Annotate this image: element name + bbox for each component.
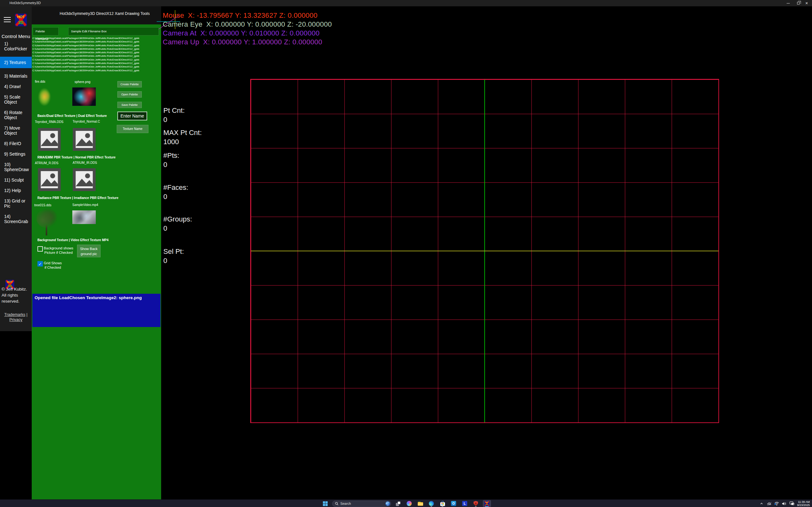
sidebar-item-grid-or-pic[interactable]: 13) Grid or Pic — [0, 199, 32, 209]
sidebar-item-sculpt[interactable]: 11) Sculpt — [0, 177, 32, 182]
file-path-row[interactable]: C:\Users\hot3d\AppData\Local\Packages\38… — [32, 51, 160, 54]
stat-pts: #Pts:0 — [163, 151, 179, 169]
sidebar-item-materials[interactable]: 3) Materials — [0, 73, 32, 78]
camera-at-readout: Camera AtX: 0.000000 Y: 0.010000 Z: 0.00… — [163, 29, 320, 38]
l-app-button[interactable]: L — [461, 500, 469, 507]
sidebar-item-move-object[interactable]: 7) Move Object — [0, 125, 32, 135]
task-view-button[interactable] — [394, 500, 402, 507]
caption-background: Background Texture | Video Effect Textur… — [38, 238, 108, 242]
stat-groups: #Groups:0 — [163, 215, 192, 233]
background-picture-checkbox[interactable] — [38, 246, 43, 251]
file-path-row[interactable]: C:\Users\hot3d\AppData\Local\Packages\38… — [32, 65, 160, 68]
security-shield-button[interactable] — [472, 500, 480, 507]
microsoft-store-button[interactable] — [438, 500, 447, 507]
svg-text:3D: 3D — [486, 504, 488, 505]
file-path-row[interactable]: C:\Users\hot3d\AppData\Local\Packages\38… — [32, 47, 160, 51]
toyrobot-rma-thumbnail[interactable] — [38, 128, 61, 151]
sidebar-item-help[interactable]: 12) Help — [0, 188, 32, 193]
stat-max-pt-cnt: MAX Pt Cnt:1000 — [163, 128, 202, 147]
sidebar-item-spheredraw[interactable]: 10) SphereDraw — [0, 162, 32, 172]
file-path-row[interactable]: C:\Users\hot3d\AppData\Local\Packages\38… — [32, 37, 160, 40]
stat-faces: #Faces:0 — [163, 183, 188, 201]
svg-text:3D: 3D — [18, 20, 24, 25]
create-palette-button[interactable]: Create Palette — [117, 81, 142, 88]
tree-texture-thumbnail[interactable] — [37, 209, 57, 236]
sidebar-item-scale-object[interactable]: 5) Scale Object — [0, 95, 32, 105]
outlook-icon: O — [451, 501, 456, 506]
sidebar-item-colorpicker[interactable]: 1) ColorPicker — [0, 41, 32, 51]
drawing-grid[interactable] — [250, 79, 719, 423]
start-button[interactable] — [321, 500, 329, 507]
grid-horizontal-center-axis — [251, 250, 718, 251]
name-input[interactable]: Enter Name — [117, 112, 147, 120]
tray-chevron-up-icon[interactable] — [759, 501, 764, 506]
minimize-button[interactable] — [783, 0, 794, 6]
atrium-ir-thumbnail[interactable] — [72, 168, 96, 191]
image-placeholder-icon — [72, 128, 96, 151]
atrium-r-thumbnail[interactable] — [38, 168, 61, 191]
grid-shows-checkbox[interactable]: ✓ — [38, 261, 43, 267]
wifi-icon[interactable] — [774, 501, 779, 506]
panel-header: Hot3dxSymmetry3D DirectX12 Xaml Drawing … — [32, 6, 161, 24]
sidebar-item-draw[interactable]: 4) Draw! — [0, 84, 32, 89]
texture-label-atrium-r: ATRIUM_R.DDS — [35, 161, 58, 165]
file-path-row[interactable]: C:\Users\hot3d\AppData\Local\Packages\38… — [32, 69, 160, 72]
sphere-texture-thumbnail[interactable] — [72, 88, 96, 106]
trademarks-link[interactable]: Trademarks — [4, 313, 26, 317]
onedrive-icon[interactable] — [767, 501, 772, 506]
hamburger-menu-icon[interactable] — [4, 17, 11, 22]
sidebar-item-screengrab[interactable]: 14) ScreenGrab — [0, 214, 32, 224]
sidebar-item-textures[interactable]: 2) Textures — [0, 57, 32, 68]
window-titlebar: Hot3dxSymmetry3D ✕ — [0, 0, 812, 6]
save-palette-button[interactable]: Save Palette — [117, 102, 142, 108]
speaker-icon[interactable] — [782, 501, 787, 506]
security-shield-icon — [473, 501, 478, 506]
sample-video-thumbnail[interactable] — [72, 210, 96, 224]
tab-sample-edit-filename[interactable]: Sample Edit Filename Box — [68, 27, 159, 36]
hot3dx-app-button[interactable]: HOT 3D — [483, 500, 491, 507]
show-background-pic-button[interactable]: Show Back ground pic — [77, 245, 101, 257]
texture-label-toyrobot-rma: Toyrobot_RMA.DDS — [35, 120, 71, 124]
file-explorer-icon — [418, 502, 423, 506]
sidebar-item-fileio[interactable]: 8) FileIO — [0, 141, 32, 146]
status-message-box: Opened file LoadChosen TextureImage2: sp… — [32, 294, 160, 327]
texture-label-sphere: sphere.png — [74, 80, 90, 83]
open-palette-button[interactable]: Open Palette — [117, 91, 142, 98]
texture-label-toyrobot-normal: Toyrobot_Normal.C — [72, 120, 100, 123]
cast-display-icon[interactable] — [790, 501, 795, 506]
minimize-icon — [786, 3, 790, 3]
file-path-row[interactable]: C:\Users\hot3d\AppData\Local\Packages\38… — [32, 44, 160, 47]
file-path-row[interactable]: C:\Users\hot3d\AppData\Local\Packages\38… — [32, 40, 160, 43]
file-path-row[interactable]: C:\Users\hot3d\AppData\Local\Packages\38… — [32, 58, 160, 61]
caption-rma-emm: RMA/EMM PBR Texture | Normal PBR Effect … — [38, 156, 115, 159]
copyright-text: © Jeff Kubitz. All rights reserved. — [2, 286, 31, 304]
sidebar-item-settings[interactable]: 9) Settings — [0, 152, 32, 157]
outlook-button[interactable]: O — [450, 500, 458, 507]
toyrobot-normal-thumbnail[interactable] — [72, 128, 96, 151]
svg-text:HOT: HOT — [7, 280, 13, 284]
legal-links: Trademarks | Privacy — [0, 312, 32, 322]
sidebar-item-rotate-object[interactable]: 6) Rotate Object — [0, 110, 32, 120]
file-explorer-button[interactable] — [416, 500, 424, 507]
l-app-icon: L — [462, 501, 467, 506]
image-placeholder-icon — [38, 168, 61, 191]
close-icon: ✕ — [805, 2, 808, 5]
copilot-button[interactable] — [405, 500, 413, 507]
search-highlight-icon — [386, 501, 390, 506]
taskbar-clock[interactable]: 11:39 AM 9/23/2025 — [797, 500, 811, 507]
file-path-row[interactable]: C:\Users\hot3d\AppData\Local\Packages\38… — [32, 61, 160, 65]
copilot-icon — [407, 501, 412, 506]
texture-name-button[interactable]: Texture Name — [117, 125, 148, 133]
fire-texture-thumbnail[interactable] — [36, 84, 53, 110]
status-message: Opened file LoadChosen TextureImage2: sp… — [32, 294, 160, 300]
close-button[interactable]: ✕ — [801, 0, 812, 6]
file-path-row[interactable]: C:\Users\hot3d\AppData\Local\Packages\38… — [32, 54, 160, 58]
search-icon — [335, 502, 339, 505]
caption-basic-dual: Basic/Dual Effect Texture | Dual Effect … — [38, 114, 107, 118]
tab-palette-filename[interactable]: Palette FileName — [33, 27, 59, 36]
edge-button[interactable] — [427, 500, 436, 507]
caption-radiance: Radiance PBR Texture | Irradiance PBR Ef… — [38, 196, 118, 200]
privacy-link[interactable]: Privacy — [9, 318, 22, 322]
clock-date: 9/23/2025 — [797, 504, 810, 507]
search-input[interactable]: Search — [332, 501, 391, 507]
